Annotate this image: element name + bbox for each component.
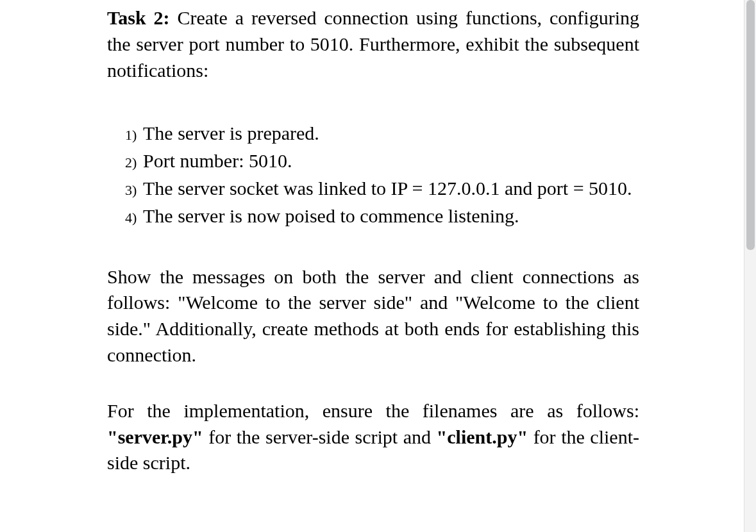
list-item: 1) The server is prepared.: [125, 121, 639, 147]
list-item: 4) The server is now poised to commence …: [125, 203, 639, 229]
vertical-scrollbar-track[interactable]: [744, 0, 756, 532]
list-text: Port number: 5010.: [143, 148, 639, 174]
task-intro: Create a reversed connection using funct…: [107, 7, 639, 81]
list-marker: 4): [125, 208, 143, 228]
vertical-scrollbar-thumb[interactable]: [746, 0, 755, 250]
text-segment: For the implementation, ensure the filen…: [107, 400, 639, 421]
notification-list: 1) The server is prepared. 2) Port numbe…: [107, 121, 639, 229]
list-text: The server socket was linked to IP = 127…: [143, 176, 639, 202]
text-segment: for the server-side script and: [203, 426, 437, 447]
paragraph-filenames: For the implementation, ensure the filen…: [107, 398, 639, 476]
filename-server: "server.py": [107, 426, 203, 447]
task-heading: Task 2: Create a reversed connection usi…: [107, 5, 639, 83]
list-item: 2) Port number: 5010.: [125, 148, 639, 174]
document-page: Task 2: Create a reversed connection usi…: [0, 0, 756, 481]
paragraph-messages: Show the messages on both the server and…: [107, 264, 639, 369]
list-text: The server is prepared.: [143, 121, 639, 147]
list-marker: 3): [125, 181, 143, 200]
task-label: Task 2:: [107, 7, 170, 28]
filename-client: "client.py": [437, 426, 528, 447]
list-text: The server is now poised to commence lis…: [143, 203, 639, 229]
list-marker: 2): [125, 153, 143, 172]
list-marker: 1): [125, 126, 143, 145]
list-item: 3) The server socket was linked to IP = …: [125, 176, 639, 202]
